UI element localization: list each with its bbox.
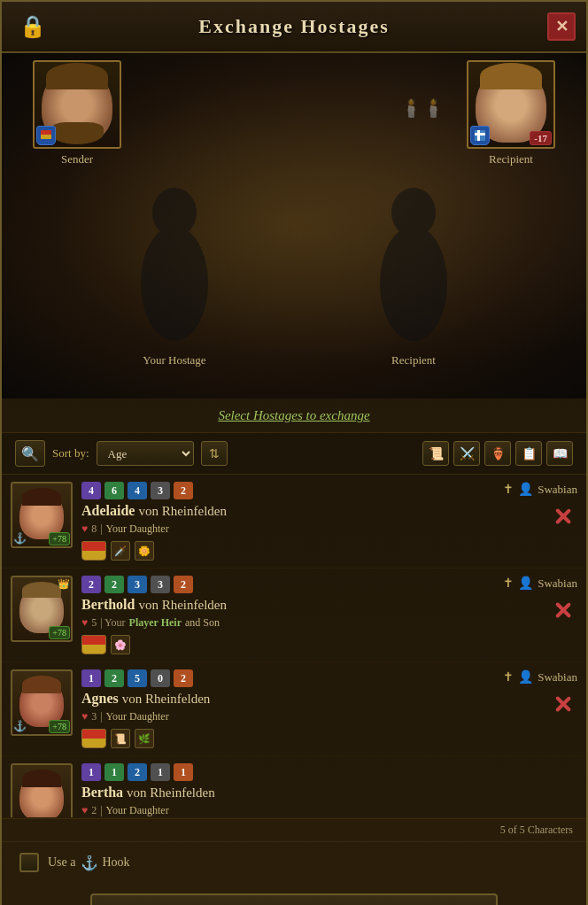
filter-scroll-button[interactable]: 📜 bbox=[422, 441, 449, 466]
your-hostage-label: Your Hostage bbox=[143, 353, 205, 367]
hook-label: Use a ⚓ Hook bbox=[48, 855, 130, 871]
stat-2-1: 2 bbox=[104, 669, 124, 687]
char-hook-icon-2: ⚓ bbox=[13, 720, 27, 733]
sort-label: Sort by: bbox=[52, 446, 89, 460]
char-role-2: Your Daughter bbox=[106, 710, 169, 723]
char-portrait-2: +78 ⚓ bbox=[11, 669, 73, 736]
char-divider-1: | Your bbox=[100, 616, 125, 630]
sort-bar: 🔍 Sort by: Age Name Prestige Piety ⇅ 📜 ⚔… bbox=[2, 433, 586, 475]
char-info-0: 4 6 4 3 2 Adelaide von Rheinfelden ♥ 8 |… bbox=[81, 482, 494, 561]
religion-icon-1: ✝ bbox=[503, 576, 514, 591]
char-first-name-3: Bertha bbox=[81, 785, 123, 801]
modal-title: Exchange Hostages bbox=[198, 15, 390, 38]
char-name-line-3: Bertha von Rheinfelden bbox=[81, 785, 577, 801]
select-hostages: Hostages bbox=[253, 408, 303, 422]
char-divider-2: | bbox=[100, 710, 102, 723]
culture-person-icon-2: 👤 bbox=[518, 669, 533, 685]
title-bar: 🔒 Exchange Hostages ✕ bbox=[2, 2, 586, 53]
char-desc-2: ♥ 3 | Your Daughter bbox=[81, 710, 494, 723]
scene-area: 🕯️🕯️ Sender bbox=[2, 53, 586, 398]
hook-text: Hook bbox=[103, 855, 130, 870]
remove-button-0[interactable] bbox=[549, 502, 577, 530]
sort-order-button[interactable]: ⇅ bbox=[201, 441, 228, 466]
char-right-1: ✝ 👤 Swabian bbox=[503, 576, 577, 654]
character-list: +78 ⚓ 4 6 4 3 2 Adelaide von Rheinfelden… bbox=[2, 475, 586, 818]
char-stats-row-2: 1 2 5 0 2 bbox=[81, 669, 494, 687]
stat-3-4: 1 bbox=[174, 763, 193, 781]
table-row[interactable]: 1 1 2 1 1 Bertha von Rheinfelden ♥ 2 | Y… bbox=[2, 756, 586, 818]
search-button[interactable]: 🔍 bbox=[15, 440, 45, 467]
stat-1-2: 3 bbox=[128, 576, 147, 593]
religion-icon-0: ✝ bbox=[503, 482, 514, 497]
filter-chest-button[interactable]: 🏺 bbox=[484, 441, 511, 466]
char-portrait-1: +78 👑 bbox=[11, 576, 73, 642]
recipient-hostage-silhouette: Recipient bbox=[365, 186, 462, 363]
char-portrait-0: +78 ⚓ bbox=[11, 482, 73, 548]
stat-2-2: 5 bbox=[128, 669, 147, 687]
exchange-btn-area: Exchange Hostages bbox=[2, 883, 586, 905]
table-row[interactable]: +78 ⚓ 1 2 5 0 2 Agnes von Rheinfelden ♥ … bbox=[2, 662, 586, 756]
char-stats-row-0: 4 6 4 3 2 bbox=[81, 482, 494, 499]
table-row[interactable]: +78 ⚓ 4 6 4 3 2 Adelaide von Rheinfelden… bbox=[2, 475, 586, 569]
char-last-name-3: von Rheinfelden bbox=[127, 785, 215, 801]
char-first-name-2: Agnes bbox=[81, 691, 119, 707]
filter-scroll2-button[interactable]: 📋 bbox=[515, 441, 542, 466]
cage-icon: 🔒 bbox=[15, 9, 50, 44]
hook-area: Use a ⚓ Hook bbox=[2, 841, 586, 883]
char-name-line-1: Berthold von Rheinfelden bbox=[81, 597, 494, 613]
hook-checkbox[interactable] bbox=[19, 853, 39, 872]
char-last-name-2: von Rheinfelden bbox=[122, 692, 211, 707]
close-button[interactable]: ✕ bbox=[547, 12, 576, 41]
char-name-line-0: Adelaide von Rheinfelden bbox=[81, 503, 494, 519]
sender-label: Sender bbox=[33, 152, 121, 166]
hook-label-text: Use a bbox=[48, 855, 76, 870]
stat-1-4: 2 bbox=[174, 576, 193, 593]
char-first-name-0: Adelaide bbox=[81, 503, 135, 519]
svg-rect-1 bbox=[41, 135, 51, 139]
char-right-0: ✝ 👤 Swabian bbox=[503, 482, 577, 561]
svg-point-6 bbox=[141, 226, 208, 341]
your-hostage-svg bbox=[130, 186, 219, 341]
filter-icons: 📜 ⚔️ 🏺 📋 📖 bbox=[422, 441, 573, 466]
char-hearts-2: 3 bbox=[91, 710, 97, 723]
heart-icon-0: ♥ bbox=[81, 522, 88, 536]
svg-point-8 bbox=[380, 226, 447, 341]
x-mark-2 bbox=[551, 692, 576, 716]
char-name-line-2: Agnes von Rheinfelden bbox=[81, 691, 494, 707]
char-culture-0: ✝ 👤 Swabian bbox=[503, 482, 577, 497]
char-desc-3: ♥ 2 | Your Daughter bbox=[81, 804, 577, 817]
exchange-hostages-button[interactable]: Exchange Hostages bbox=[90, 893, 498, 905]
sort-select[interactable]: Age Name Prestige Piety bbox=[97, 441, 194, 466]
culture-name-0: Swabian bbox=[538, 483, 577, 497]
x-mark-0 bbox=[551, 504, 576, 529]
char-first-name-1: Berthold bbox=[81, 597, 135, 613]
x-mark-1 bbox=[551, 598, 576, 623]
minus-badge: -17 bbox=[530, 131, 552, 145]
char-info-1: 2 2 3 3 2 Berthold von Rheinfelden ♥ 5 |… bbox=[81, 576, 494, 654]
filter-book-button[interactable]: 📖 bbox=[546, 441, 573, 466]
char-culture-2: ✝ 👤 Swabian bbox=[503, 669, 577, 685]
char-right-2: ✝ 👤 Swabian bbox=[503, 669, 577, 748]
char-portrait-3 bbox=[11, 763, 73, 818]
char-role-0: Your Daughter bbox=[106, 522, 169, 536]
stat-3-3: 1 bbox=[151, 763, 170, 781]
modal-container: 🔒 Exchange Hostages ✕ 🕯️🕯️ Sender bbox=[0, 0, 588, 905]
filter-sword-button[interactable]: ⚔️ bbox=[453, 441, 480, 466]
char-badges-2: 📜 🌿 bbox=[81, 729, 494, 748]
char-hearts-1: 5 bbox=[91, 616, 97, 630]
badge-item-1-1: 🌸 bbox=[111, 635, 130, 654]
char-divider-0: | bbox=[100, 522, 102, 536]
recipient-portrait: -17 Recipient bbox=[467, 60, 555, 166]
stat-1-1: 2 bbox=[104, 576, 124, 593]
remove-button-1[interactable] bbox=[549, 596, 577, 624]
table-row[interactable]: +78 👑 2 2 3 3 2 Berthold von Rheinfelden… bbox=[2, 569, 586, 662]
select-text: Select Hostages to exchange bbox=[218, 408, 369, 422]
char-face-3 bbox=[12, 765, 71, 818]
sender-portrait-frame bbox=[33, 60, 121, 149]
char-badges-0: 🗡️ 🌼 bbox=[81, 541, 494, 561]
recipient-shield-badge bbox=[470, 126, 490, 145]
char-face-inner-3 bbox=[19, 772, 64, 818]
char-divider-3: | bbox=[100, 804, 102, 817]
remove-button-2[interactable] bbox=[549, 690, 577, 718]
char-desc-0: ♥ 8 | Your Daughter bbox=[81, 522, 494, 536]
